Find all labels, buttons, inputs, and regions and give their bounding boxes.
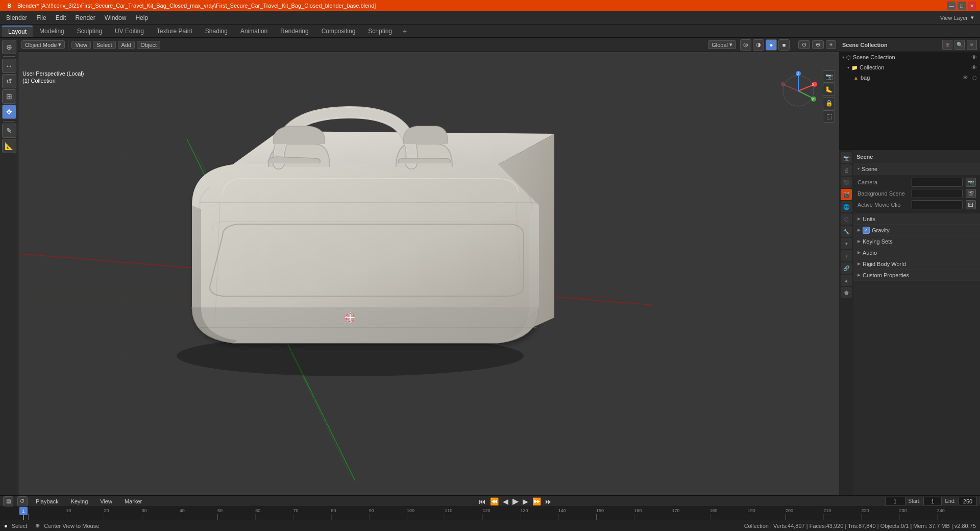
view-menu-timeline[interactable]: View [96,497,116,505]
menu-edit[interactable]: Edit [52,13,70,22]
object-menu-btn[interactable]: Object [137,41,160,49]
select-menu-btn[interactable]: Select [93,41,116,49]
viewport-area[interactable]: Object Mode ▾ View Select Add Object Glo… [18,38,839,495]
timeline-mode-btn[interactable]: ▤ [3,496,13,506]
camera-picker[interactable]: 📷 [966,178,976,187]
maximize-button[interactable]: □ [958,2,966,10]
outliner-item-collection[interactable]: ▾ 📁 Collection 👁 [839,62,980,73]
view-menu-btn[interactable]: View [71,41,91,49]
world-props-tab[interactable]: 🌐 [841,201,852,212]
overlays-btn[interactable]: ⊕ [812,40,824,49]
data-props-tab[interactable]: ▲ [841,275,852,286]
camera-value[interactable] [912,178,963,187]
outliner-filter-btn[interactable]: ⊞ [942,40,952,50]
current-frame-input[interactable]: 1 [885,497,905,506]
menu-window[interactable]: Window [101,13,131,22]
tab-compositing[interactable]: Compositing [315,26,362,37]
bag-visibility[interactable]: 👁 [963,75,968,81]
outliner-sort-btn[interactable]: ≡ [967,40,977,50]
solid-btn[interactable]: ◑ [753,39,764,51]
particles-props-tab[interactable]: ✦ [841,238,852,249]
timeline-type-btn[interactable]: ⏱ [17,496,28,506]
view-layer-props-tab[interactable]: ⬛ [841,177,852,188]
tab-sculpting[interactable]: Sculpting [71,26,108,37]
keying-sets-toggle[interactable]: ▶ Keying Sets [853,236,980,247]
start-frame-input[interactable]: 1 [923,497,942,506]
gravity-section-toggle[interactable]: ▶ ✓ Gravity [853,225,980,236]
tab-animation[interactable]: Animation [234,26,274,37]
move-tool-btn[interactable]: ↔ [2,59,16,73]
outliner-item-bag[interactable]: ▲ bag 👁 ⬡ [839,73,980,83]
annotate-tool-btn[interactable]: ✎ [2,124,16,138]
output-props-tab[interactable]: 🖨 [841,164,852,176]
scene-collection-visibility[interactable]: 👁 [971,54,977,60]
material-props-tab[interactable]: ⬟ [841,287,852,298]
jump-start-btn[interactable]: ⏮ [478,497,487,505]
menu-help[interactable]: Help [131,13,152,22]
tab-texture-paint[interactable]: Texture Paint [151,26,199,37]
transform-tool-btn[interactable]: ✥ [2,105,16,119]
movie-clip-value[interactable] [912,200,963,209]
rotate-tool-btn[interactable]: ↺ [2,74,16,88]
tab-uv-editing[interactable]: UV Editing [109,26,150,37]
bg-scene-value[interactable] [912,189,963,198]
lock-view-btn[interactable]: 🔒 [823,97,835,109]
global-dropdown[interactable]: Global ▾ [708,40,736,49]
outliner-item-scene-collection[interactable]: ▾ ⬡ Scene Collection 👁 [839,52,980,62]
object-mode-dropdown[interactable]: Object Mode ▾ [21,40,65,49]
nav-gizmo[interactable]: X Y Z [778,70,808,101]
close-button[interactable]: ✕ [968,2,976,10]
walk-mode-btn[interactable]: 🦶 [823,84,835,96]
minimize-button[interactable]: — [947,2,955,10]
add-menu-btn[interactable]: Add [118,41,135,49]
next-frame-btn[interactable]: ▶ [522,497,529,505]
jump-prev-keyframe-btn[interactable]: ⏪ [489,497,500,505]
tab-shading[interactable]: Shading [199,26,234,37]
view-layer[interactable]: ▾ [971,14,974,21]
units-section-toggle[interactable]: ▶ Units [853,213,980,225]
end-frame-input[interactable]: 250 [959,497,977,506]
tab-scripting[interactable]: Scripting [362,26,398,37]
prev-frame-btn[interactable]: ◀ [502,497,509,505]
tab-layout[interactable]: Layout [2,26,33,37]
movie-clip-picker[interactable]: 🎞 [966,200,976,209]
render-props-tab[interactable]: 📷 [841,152,852,163]
obj-props-tab[interactable]: ⬡ [841,213,852,225]
gravity-checkbox[interactable]: ✓ [863,227,870,234]
material-btn[interactable]: ● [766,39,777,51]
timeline-ruler[interactable]: 1020304050607080901001101201301401501601… [0,507,980,520]
render-region-btn[interactable]: ⬚ [823,110,835,123]
rigid-body-toggle[interactable]: ▶ Rigid Body World [853,258,980,270]
bg-scene-picker[interactable]: 🎬 [966,189,976,198]
xray-toggle[interactable]: ⊙ [798,40,810,49]
jump-end-btn[interactable]: ⏭ [544,497,553,505]
measure-tool-btn[interactable]: 📐 [2,139,16,153]
window-controls[interactable]: — □ ✕ [947,2,976,10]
constraints-props-tab[interactable]: 🔗 [841,262,852,274]
jump-next-keyframe-btn[interactable]: ⏩ [531,497,542,505]
marker-menu[interactable]: Marker [120,497,146,505]
physics-props-tab[interactable]: ⚛ [841,250,852,261]
camera-view-btn[interactable]: 📷 [823,70,835,83]
scene-section-toggle[interactable]: ▾ Scene [853,163,980,175]
wireframe-btn[interactable]: ◎ [740,39,751,51]
add-workspace-button[interactable]: + [399,26,411,36]
viewport-canvas[interactable]: User Perspective (Local) (1) Collection … [18,52,839,495]
scene-props-tab[interactable]: 🎬 [841,189,852,200]
gizmo-btn[interactable]: ⌖ [826,40,836,49]
tab-modeling[interactable]: Modeling [33,26,70,37]
menu-blender[interactable]: Blender [2,13,31,22]
render-btn[interactable]: ■ [778,39,790,51]
outliner-search-btn[interactable]: 🔍 [954,40,965,50]
custom-props-toggle[interactable]: ▶ Custom Properties [853,270,980,281]
menu-file[interactable]: File [32,13,50,22]
modifier-props-tab[interactable]: 🔧 [841,226,852,237]
play-btn[interactable]: ▶ [511,496,520,506]
keying-menu[interactable]: Keying [67,497,92,505]
menu-render[interactable]: Render [71,13,99,22]
cursor-tool-btn[interactable]: ⊕ [2,40,16,54]
playback-menu[interactable]: Playback [32,497,63,505]
audio-section-toggle[interactable]: ▶ Audio [853,247,980,258]
scale-tool-btn[interactable]: ⊞ [2,89,16,104]
tab-rendering[interactable]: Rendering [274,26,314,37]
